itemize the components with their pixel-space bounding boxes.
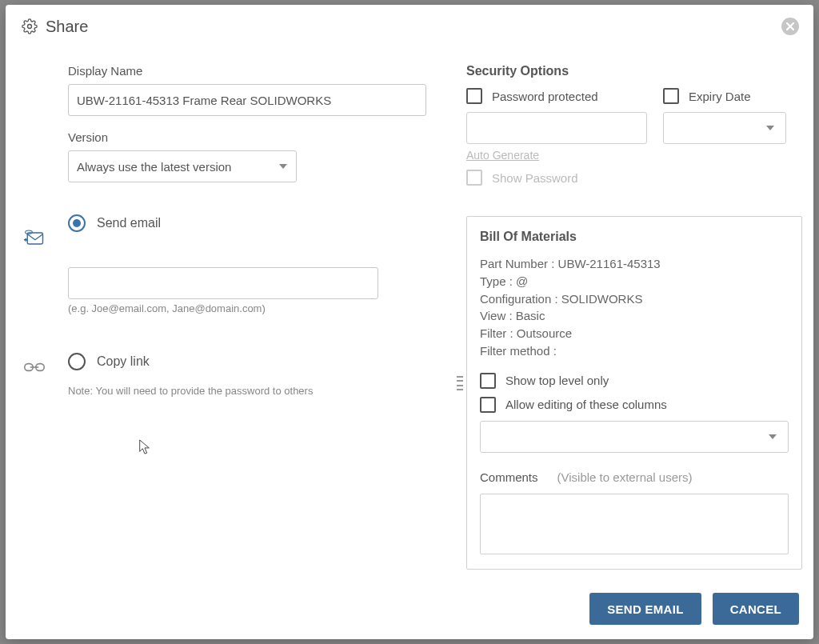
password-input[interactable] bbox=[466, 112, 647, 144]
show-password-checkbox bbox=[466, 170, 482, 186]
show-password-label: Show Password bbox=[492, 171, 578, 185]
right-column: Security Options Password protected Auto… bbox=[466, 64, 802, 580]
chevron-down-icon bbox=[769, 434, 777, 439]
copy-link-label: Copy link bbox=[97, 354, 150, 369]
bom-configuration: Configuration : SOLIDWORKS bbox=[480, 290, 789, 308]
auto-generate-link: Auto Generate bbox=[466, 149, 647, 162]
dialog-footer: SEND EMAIL CANCEL bbox=[6, 580, 813, 639]
comments-hint: (Visible to external users) bbox=[557, 470, 693, 484]
cursor-icon bbox=[138, 438, 152, 456]
dialog-content: Display Name Version Send email bbox=[6, 40, 813, 580]
bom-filter: Filter : Outsource bbox=[480, 325, 789, 342]
show-top-level-label: Show top level only bbox=[505, 374, 609, 387]
dialog-title: Share bbox=[46, 18, 88, 36]
password-protected-label: Password protected bbox=[492, 90, 598, 103]
security-options-title: Security Options bbox=[466, 64, 802, 78]
bom-panel: Bill Of Materials Part Number : UBW-2116… bbox=[466, 216, 802, 570]
icon-gutter bbox=[23, 64, 68, 580]
expiry-date-select[interactable] bbox=[663, 112, 786, 144]
send-email-radio[interactable]: Send email bbox=[68, 214, 444, 232]
copy-link-radio[interactable]: Copy link bbox=[68, 353, 444, 370]
dialog-header: Share bbox=[6, 5, 813, 40]
cancel-button[interactable]: CANCEL bbox=[713, 593, 799, 625]
share-dialog: Share bbox=[6, 5, 813, 639]
bom-view: View : Basic bbox=[480, 307, 789, 325]
send-email-icon bbox=[23, 230, 46, 250]
show-top-level-checkbox[interactable] bbox=[480, 373, 496, 389]
bom-part-number: Part Number : UBW-21161-45313 bbox=[480, 255, 789, 273]
email-recipients-input[interactable] bbox=[68, 267, 378, 299]
svg-rect-1 bbox=[27, 233, 42, 244]
expiry-date-label: Expiry Date bbox=[689, 90, 751, 103]
close-button[interactable] bbox=[781, 18, 799, 35]
left-column: Display Name Version Send email bbox=[23, 64, 463, 580]
form-area: Display Name Version Send email bbox=[68, 64, 463, 580]
bom-filter-method: Filter method : bbox=[480, 342, 789, 360]
display-name-label: Display Name bbox=[68, 64, 426, 78]
resize-handle-icon[interactable] bbox=[457, 376, 463, 390]
version-select[interactable] bbox=[68, 150, 297, 182]
bom-title: Bill Of Materials bbox=[480, 230, 789, 244]
copy-link-note: Note: You will need to provide the passw… bbox=[68, 385, 444, 397]
send-email-label: Send email bbox=[97, 216, 161, 230]
allow-editing-checkbox[interactable] bbox=[480, 397, 496, 413]
bom-type: Type : @ bbox=[480, 273, 789, 290]
version-value[interactable] bbox=[68, 150, 297, 182]
allow-editing-label: Allow editing of these columns bbox=[505, 398, 667, 411]
version-label: Version bbox=[68, 130, 444, 144]
comments-textarea[interactable] bbox=[480, 494, 789, 554]
editable-columns-select[interactable] bbox=[480, 421, 789, 453]
password-protected-checkbox[interactable] bbox=[466, 88, 482, 104]
svg-point-0 bbox=[28, 25, 32, 29]
send-email-button[interactable]: SEND EMAIL bbox=[589, 593, 701, 625]
display-name-input[interactable] bbox=[68, 84, 426, 116]
email-hint: (e.g. Joe@email.com, Jane@domain.com) bbox=[68, 302, 378, 314]
chevron-down-icon bbox=[279, 164, 287, 169]
expiry-date-checkbox[interactable] bbox=[663, 88, 679, 104]
share-gear-icon bbox=[22, 18, 38, 34]
copy-link-icon bbox=[23, 358, 46, 379]
chevron-down-icon bbox=[766, 126, 774, 130]
comments-label: Comments bbox=[480, 470, 538, 484]
